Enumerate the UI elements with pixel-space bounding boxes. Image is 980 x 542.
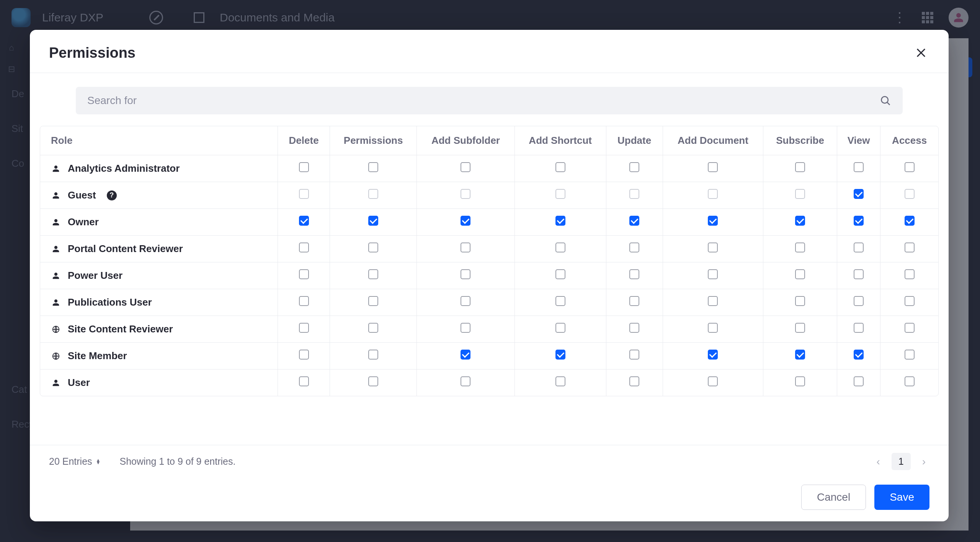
- checkbox[interactable]: [854, 296, 864, 306]
- checkbox[interactable]: [708, 376, 718, 386]
- checkbox[interactable]: [299, 162, 309, 172]
- checkbox[interactable]: [299, 350, 309, 360]
- checkbox[interactable]: [368, 189, 378, 199]
- checkbox[interactable]: [555, 216, 565, 226]
- table-row: Power User: [40, 262, 938, 289]
- cancel-button[interactable]: Cancel: [801, 485, 866, 510]
- checkbox[interactable]: [368, 243, 378, 252]
- checkbox[interactable]: [854, 243, 864, 252]
- checkbox[interactable]: [854, 162, 864, 172]
- checkbox[interactable]: [368, 269, 378, 279]
- globe-icon: [51, 351, 61, 361]
- search-box[interactable]: [76, 87, 903, 114]
- checkbox[interactable]: [629, 269, 639, 279]
- checkbox[interactable]: [905, 243, 915, 252]
- save-button[interactable]: Save: [874, 485, 929, 510]
- checkbox[interactable]: [708, 243, 718, 252]
- col-delete: Delete: [278, 126, 330, 155]
- checkbox[interactable]: [555, 350, 565, 360]
- checkbox[interactable]: [629, 376, 639, 386]
- checkbox[interactable]: [708, 323, 718, 333]
- prev-page[interactable]: ‹: [872, 454, 884, 469]
- next-page[interactable]: ›: [918, 454, 929, 469]
- checkbox[interactable]: [629, 243, 639, 252]
- checkbox[interactable]: [299, 269, 309, 279]
- checkbox[interactable]: [905, 269, 915, 279]
- checkbox[interactable]: [795, 216, 805, 226]
- checkbox[interactable]: [461, 216, 470, 226]
- checkbox[interactable]: [461, 376, 470, 386]
- checkbox[interactable]: [708, 350, 718, 360]
- checkbox[interactable]: [629, 189, 639, 199]
- checkbox[interactable]: [555, 269, 565, 279]
- checkbox[interactable]: [795, 189, 805, 199]
- checkbox[interactable]: [299, 243, 309, 252]
- checkbox[interactable]: [461, 350, 470, 360]
- checkbox[interactable]: [299, 296, 309, 306]
- search-area: [30, 73, 949, 126]
- checkbox[interactable]: [368, 376, 378, 386]
- col-add-document: Add Document: [663, 126, 763, 155]
- checkbox[interactable]: [461, 296, 470, 306]
- checkbox[interactable]: [795, 269, 805, 279]
- checkbox[interactable]: [368, 350, 378, 360]
- checkbox[interactable]: [854, 269, 864, 279]
- checkbox[interactable]: [854, 216, 864, 226]
- checkbox[interactable]: [905, 216, 915, 226]
- checkbox[interactable]: [629, 162, 639, 172]
- checkbox[interactable]: [461, 323, 470, 333]
- entries-selector[interactable]: 20 Entries ▲▼: [49, 456, 100, 467]
- checkbox[interactable]: [795, 162, 805, 172]
- checkbox[interactable]: [461, 269, 470, 279]
- checkbox[interactable]: [629, 323, 639, 333]
- checkbox[interactable]: [795, 323, 805, 333]
- search-input[interactable]: [87, 94, 880, 107]
- close-button[interactable]: [913, 44, 929, 61]
- checkbox[interactable]: [368, 162, 378, 172]
- help-icon[interactable]: ?: [107, 190, 117, 200]
- checkbox[interactable]: [555, 162, 565, 172]
- checkbox[interactable]: [629, 296, 639, 306]
- checkbox[interactable]: [299, 323, 309, 333]
- checkbox[interactable]: [629, 350, 639, 360]
- checkbox[interactable]: [299, 376, 309, 386]
- checkbox[interactable]: [708, 189, 718, 199]
- checkbox[interactable]: [368, 296, 378, 306]
- checkbox[interactable]: [368, 216, 378, 226]
- col-access: Access: [880, 126, 938, 155]
- checkbox[interactable]: [905, 323, 915, 333]
- checkbox[interactable]: [555, 323, 565, 333]
- checkbox[interactable]: [555, 376, 565, 386]
- checkbox[interactable]: [299, 216, 309, 226]
- checkbox[interactable]: [905, 189, 915, 199]
- checkbox[interactable]: [708, 296, 718, 306]
- checkbox[interactable]: [555, 296, 565, 306]
- checkbox[interactable]: [854, 189, 864, 199]
- checkbox[interactable]: [795, 243, 805, 252]
- checkbox[interactable]: [905, 350, 915, 360]
- checkbox[interactable]: [299, 189, 309, 199]
- checkbox[interactable]: [708, 162, 718, 172]
- page-number[interactable]: 1: [892, 453, 911, 470]
- checkbox[interactable]: [905, 376, 915, 386]
- user-icon: [51, 378, 61, 388]
- checkbox[interactable]: [708, 269, 718, 279]
- checkbox[interactable]: [708, 216, 718, 226]
- checkbox[interactable]: [461, 189, 470, 199]
- checkbox[interactable]: [795, 376, 805, 386]
- checkbox[interactable]: [368, 323, 378, 333]
- checkbox[interactable]: [795, 350, 805, 360]
- checkbox[interactable]: [905, 296, 915, 306]
- checkbox[interactable]: [555, 243, 565, 252]
- checkbox[interactable]: [854, 323, 864, 333]
- checkbox[interactable]: [854, 350, 864, 360]
- checkbox[interactable]: [854, 376, 864, 386]
- checkbox[interactable]: [461, 243, 470, 252]
- modal-overlay[interactable]: Permissions Role Delete Permissions: [0, 0, 980, 542]
- checkbox[interactable]: [905, 162, 915, 172]
- table-row: Site Content Reviewer: [40, 316, 938, 343]
- checkbox[interactable]: [629, 216, 639, 226]
- checkbox[interactable]: [555, 189, 565, 199]
- checkbox[interactable]: [461, 162, 470, 172]
- checkbox[interactable]: [795, 296, 805, 306]
